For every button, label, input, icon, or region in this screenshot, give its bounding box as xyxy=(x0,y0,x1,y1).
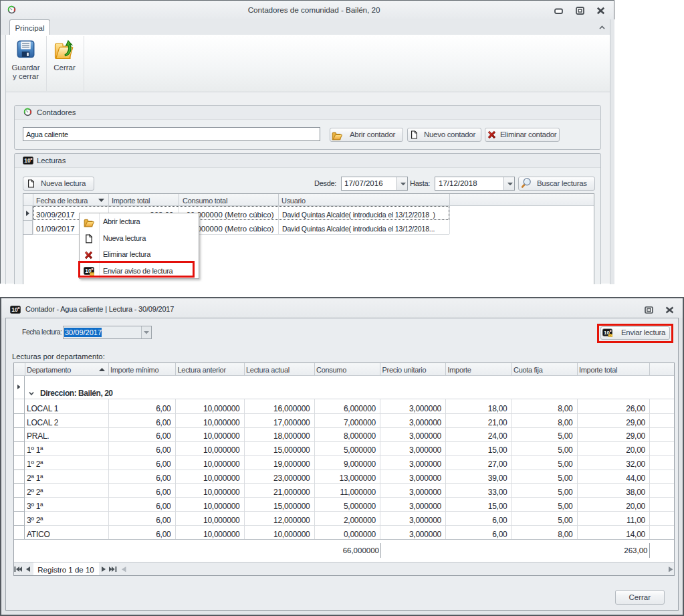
svg-text:10: 10 xyxy=(24,157,31,164)
svg-text:10: 10 xyxy=(11,306,18,313)
